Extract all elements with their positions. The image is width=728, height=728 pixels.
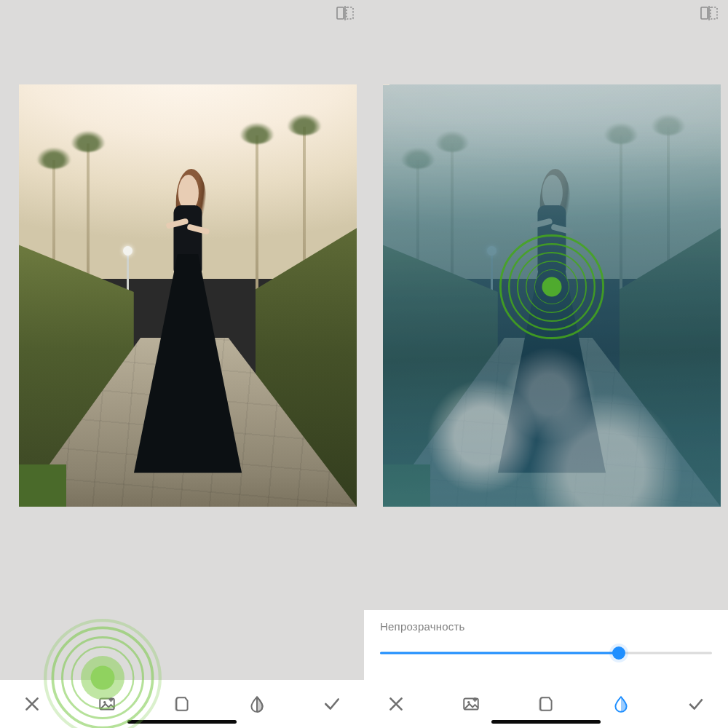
svg-rect-5	[701, 7, 708, 19]
styles-button[interactable]	[527, 685, 565, 723]
opacity-slider[interactable]	[380, 646, 712, 660]
compare-icon[interactable]	[700, 6, 718, 20]
home-indicator	[127, 720, 237, 724]
opacity-panel: Непрозрачность	[364, 610, 728, 680]
styles-button[interactable]	[163, 685, 201, 723]
slider-thumb[interactable]	[612, 646, 625, 660]
overlay-image-ocean[interactable]	[383, 84, 721, 507]
editor-canvas[interactable]	[0, 26, 364, 728]
svg-rect-1	[347, 7, 353, 19]
opacity-label: Непрозрачность	[380, 620, 712, 633]
top-bar	[364, 0, 728, 26]
svg-rect-6	[711, 7, 717, 19]
subject-person	[124, 169, 252, 473]
confirm-button[interactable]	[313, 685, 351, 723]
screen-after: Непрозрачность	[364, 0, 728, 728]
add-image-button[interactable]	[452, 685, 490, 723]
add-image-button[interactable]	[88, 685, 126, 723]
opacity-button[interactable]	[238, 685, 276, 723]
subject-person	[488, 169, 616, 473]
photo-with-overlay[interactable]	[383, 84, 721, 507]
dual-screenshot: Непрозрачность	[0, 0, 728, 728]
home-indicator	[491, 720, 601, 724]
screen-before	[0, 0, 364, 728]
cancel-button[interactable]	[13, 685, 51, 723]
opacity-button[interactable]	[602, 685, 640, 723]
svg-rect-0	[337, 7, 344, 19]
touch-hint-ripple	[497, 232, 606, 341]
compare-icon[interactable]	[336, 6, 354, 20]
confirm-button[interactable]	[677, 685, 715, 723]
slider-fill	[380, 652, 619, 654]
cancel-button[interactable]	[377, 685, 415, 723]
photo-original[interactable]	[19, 84, 357, 507]
top-bar	[0, 0, 364, 26]
